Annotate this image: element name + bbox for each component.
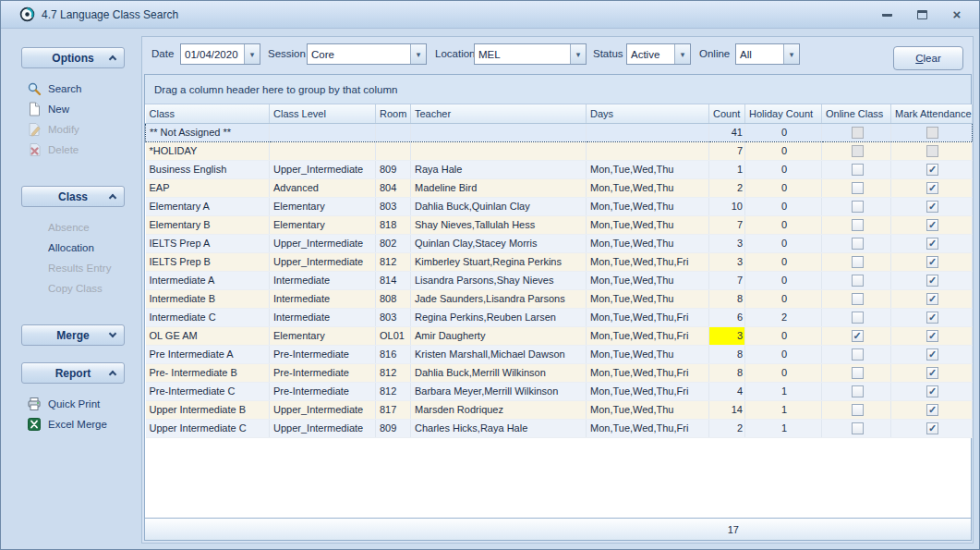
class-level-cell[interactable] (270, 123, 376, 141)
room-cell[interactable]: 802 (376, 234, 411, 252)
days-cell[interactable]: Mon,Tue,Wed,Thu (587, 215, 709, 234)
class-level-cell[interactable]: Elementary (270, 215, 376, 234)
days-cell[interactable] (587, 123, 709, 141)
online-class-checkbox-unchecked[interactable] (852, 422, 864, 434)
online-class-checkbox-unchecked[interactable] (852, 164, 864, 176)
days-cell[interactable] (587, 141, 709, 160)
clear-button[interactable]: Clear (893, 46, 963, 70)
column-header-room[interactable]: Room (376, 104, 411, 123)
close-button[interactable]: × (948, 6, 966, 23)
room-cell[interactable]: 818 (376, 215, 411, 234)
room-cell[interactable]: 817 (376, 400, 411, 419)
teacher-cell[interactable]: Shay Nieves,Tallulah Hess (411, 215, 587, 234)
sidebar-item-excel-merge[interactable]: Excel Merge (21, 414, 125, 434)
class-cell[interactable]: Pre Intermediate A (146, 345, 270, 363)
grid-row-intermediate-a[interactable]: Intermediate AIntermediate814Lisandra Pa… (146, 271, 973, 289)
column-header-teacher[interactable]: Teacher (411, 104, 587, 123)
sidebar-group-merge[interactable]: Merge (21, 324, 125, 346)
room-cell[interactable] (376, 141, 411, 160)
class-level-cell[interactable] (270, 141, 376, 160)
class-cell[interactable]: Business English (146, 160, 270, 178)
class-cell[interactable]: Elementary A (146, 197, 270, 215)
sidebar-group-options[interactable]: Options (21, 47, 125, 68)
room-cell[interactable]: 814 (376, 271, 411, 289)
online-class-checkbox-unchecked[interactable] (852, 219, 864, 231)
teacher-cell[interactable]: Charles Hicks,Raya Hale (411, 419, 587, 437)
count-cell[interactable]: 7 (709, 215, 745, 234)
class-cell[interactable]: EAP (146, 178, 270, 197)
days-cell[interactable]: Mon,Tue,Wed,Thu (587, 271, 709, 289)
days-cell[interactable]: Mon,Tue,Wed,Thu (587, 289, 709, 308)
mark-attendance-checkbox-checked[interactable] (926, 256, 938, 268)
column-header-class-level[interactable]: Class Level (270, 104, 376, 123)
class-cell[interactable]: OL GE AM (146, 326, 270, 345)
mark-attendance-checkbox-checked[interactable] (926, 330, 938, 342)
online-dropdown[interactable]: All (735, 43, 800, 65)
mark-attendance-checkbox-checked[interactable] (926, 201, 938, 213)
room-cell[interactable]: 809 (376, 419, 411, 437)
online-class-checkbox-unchecked[interactable] (852, 348, 864, 361)
mark-attendance-checkbox-checked[interactable] (926, 422, 938, 434)
mark-attendance-checkbox-checked[interactable] (926, 238, 938, 250)
online-class-checkbox-unchecked[interactable] (852, 256, 864, 268)
online-class-checkbox-unchecked[interactable] (852, 312, 864, 324)
room-cell[interactable]: 812 (376, 382, 411, 400)
count-cell[interactable]: 4 (709, 382, 745, 400)
dropdown-arrow-icon[interactable] (674, 44, 690, 64)
holiday-count-cell[interactable]: 0 (745, 271, 822, 289)
grid-row-intermediate-b[interactable]: Intermediate BIntermediate808Jade Saunde… (146, 289, 973, 308)
class-level-cell[interactable]: Pre-Intermediate (270, 382, 376, 400)
mark-attendance-checkbox-checked[interactable] (926, 348, 938, 361)
teacher-cell[interactable]: Raya Hale (411, 160, 587, 178)
room-cell[interactable]: OL01 (376, 326, 411, 345)
days-cell[interactable]: Mon,Tue,Wed,Thu (587, 400, 709, 419)
count-cell[interactable]: 8 (709, 289, 745, 308)
grid-row-ielts-prep-b[interactable]: IELTS Prep BUpper_Intermediate812Kimberl… (146, 252, 973, 271)
days-cell[interactable]: Mon,Tue,Wed,Thu (587, 197, 709, 215)
grid-row-pre-intermediate-b[interactable]: Pre- Intermediate BPre-Intermediate812Da… (146, 363, 973, 382)
column-header-online-class[interactable]: Online Class (822, 104, 891, 123)
holiday-count-cell[interactable]: 0 (745, 141, 822, 160)
days-cell[interactable]: Mon,Tue,Wed,Thu (587, 345, 709, 363)
holiday-count-cell[interactable]: 0 (745, 215, 822, 234)
days-cell[interactable]: Mon,Tue,Wed,Thu (587, 160, 709, 178)
holiday-count-cell[interactable]: 0 (745, 326, 822, 345)
holiday-count-cell[interactable]: 0 (745, 197, 822, 215)
minimize-button[interactable] (877, 6, 896, 23)
dropdown-arrow-icon[interactable] (783, 44, 799, 64)
mark-attendance-checkbox-checked[interactable] (926, 219, 938, 231)
room-cell[interactable]: 812 (376, 252, 411, 271)
class-level-cell[interactable]: Advanced (270, 178, 376, 197)
teacher-cell[interactable] (411, 123, 587, 141)
location-dropdown[interactable]: MEL (474, 43, 587, 65)
count-cell[interactable]: 8 (709, 363, 745, 382)
dropdown-arrow-icon[interactable] (244, 44, 260, 64)
maximize-button[interactable] (913, 6, 931, 23)
class-cell[interactable]: IELTS Prep B (146, 252, 270, 271)
class-cell[interactable]: Intermediate A (146, 271, 270, 289)
date-dropdown[interactable]: 01/04/2020 (180, 43, 260, 65)
class-level-cell[interactable]: Intermediate (270, 271, 376, 289)
class-level-cell[interactable]: Elementary (270, 197, 376, 215)
class-cell[interactable]: Intermediate B (146, 289, 270, 308)
days-cell[interactable]: Mon,Tue,Wed,Thu,Fri (587, 382, 709, 400)
online-class-checkbox-unchecked[interactable] (852, 201, 864, 213)
class-cell[interactable]: Intermediate C (146, 308, 270, 326)
count-cell[interactable]: 1 (709, 160, 745, 178)
group-by-panel[interactable]: Drag a column header here to group by th… (145, 75, 971, 104)
mark-attendance-checkbox-checked[interactable] (926, 385, 938, 397)
online-class-checkbox-unchecked[interactable] (852, 293, 864, 305)
days-cell[interactable]: Mon,Tue,Wed,Thu (587, 178, 709, 197)
room-cell[interactable]: 803 (376, 197, 411, 215)
teacher-cell[interactable]: Madeline Bird (411, 178, 587, 197)
teacher-cell[interactable]: Lisandra Parsons,Shay Nieves (411, 271, 587, 289)
room-cell[interactable]: 809 (376, 160, 411, 178)
count-cell[interactable]: 41 (709, 123, 745, 141)
count-cell[interactable]: 2 (709, 178, 745, 197)
teacher-cell[interactable]: Amir Daugherty (411, 326, 587, 345)
session-dropdown[interactable]: Core (307, 43, 427, 65)
count-cell[interactable]: 7 (709, 271, 745, 289)
mark-attendance-checkbox-checked[interactable] (926, 182, 938, 194)
column-header-count[interactable]: Count (709, 104, 745, 123)
class-level-cell[interactable]: Elementary (270, 326, 376, 345)
